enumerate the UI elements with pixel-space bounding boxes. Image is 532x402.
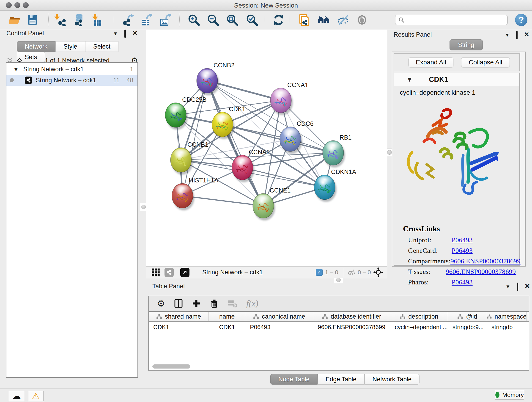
table-cell[interactable]: stringdb:9... [448, 322, 487, 332]
tab-network[interactable]: Network [17, 41, 56, 52]
panel-float-icon[interactable] [517, 283, 518, 290]
window-title: Session: New Session [0, 2, 532, 9]
zoom-selected-icon[interactable] [246, 13, 259, 26]
import-network-database-icon[interactable] [72, 13, 85, 26]
network-node-CCNB2[interactable]: CCNB2 [196, 62, 234, 95]
home-networks-icon[interactable] [317, 13, 330, 26]
network-node-CDK1[interactable]: CDK1 [212, 106, 245, 139]
panel-menu-caret-icon[interactable]: ▼ [113, 31, 118, 37]
export-image-icon[interactable] [159, 13, 172, 26]
column-header-namespace[interactable]: namespace [487, 312, 527, 321]
network-overview-icon[interactable] [165, 268, 174, 277]
left-splitter-handle[interactable] [141, 205, 146, 209]
network-node-HIST1H1A[interactable]: HIST1H1A [172, 177, 218, 211]
network-view-canvas[interactable]: CCNB2CCNA1CDC25BCDK1CDC6RB1CCNB1CCNA2CDK… [146, 30, 387, 266]
gene-card-header[interactable]: ▼ CDK1 [394, 73, 519, 86]
panel-float-icon[interactable] [124, 30, 126, 37]
zoom-fit-icon[interactable] [226, 13, 239, 26]
show-eye-icon[interactable] [355, 13, 368, 26]
results-scrollbar[interactable] [520, 52, 525, 266]
column-header-canonical-name[interactable]: canonical name [245, 312, 313, 321]
open-file-icon[interactable] [8, 13, 21, 26]
table-cell[interactable]: 9606.ENSP00000378699 [313, 322, 390, 332]
crosslink-link[interactable]: P06493 [452, 247, 473, 254]
table-cell[interactable]: P06493 [245, 322, 313, 332]
expand-all-button[interactable]: Expand All [409, 57, 453, 67]
tab-select[interactable]: Select [85, 41, 119, 52]
protein-structure-image [401, 100, 508, 220]
panel-float-icon[interactable] [516, 32, 518, 39]
network-row[interactable]: String Network – cdk1 11 48 [6, 75, 138, 86]
main-toolbar: ? [0, 11, 532, 29]
panel-close-icon[interactable]: × [525, 283, 530, 289]
tab-node-table[interactable]: Node Table [270, 374, 317, 385]
grid-view-icon[interactable] [151, 268, 160, 277]
tab-edge-table[interactable]: Edge Table [317, 374, 365, 385]
hidden-eye-icon[interactable] [347, 269, 355, 276]
network-node-CDKN1A[interactable]: CDKN1A [314, 168, 356, 202]
warnings-button[interactable]: ⚠ [28, 391, 44, 401]
refresh-icon[interactable] [272, 13, 285, 26]
table-cell[interactable]: CDK1 [149, 322, 209, 332]
hide-selected-eye-icon[interactable] [337, 13, 350, 26]
search-input[interactable] [405, 17, 501, 24]
import-table-file-icon[interactable] [90, 13, 103, 26]
gene-collapse-caret-icon[interactable]: ▼ [408, 77, 412, 82]
tab-style[interactable]: Style [56, 41, 85, 52]
column-header-database-identifier[interactable]: database identifier [313, 312, 390, 321]
panel-close-icon[interactable]: × [524, 32, 529, 37]
import-network-file-icon[interactable] [54, 13, 66, 26]
table-cell[interactable]: cyclin–dependent ... [390, 322, 448, 332]
hscrollbar-thumb[interactable] [152, 364, 190, 369]
panel-menu-caret-icon[interactable]: ▼ [505, 284, 510, 290]
crosslink-link[interactable]: 9606.ENSP00000378699 [446, 268, 516, 275]
string-network-graph[interactable]: CCNB2CCNA1CDC25BCDK1CDC6RB1CCNB1CCNA2CDK… [146, 30, 387, 266]
tab-network-table[interactable]: Network Table [365, 374, 420, 385]
left-splitter[interactable] [141, 29, 146, 278]
crosslink-link[interactable]: 9606.ENSP00000378699 [450, 257, 520, 265]
table-hscrollbar[interactable] [150, 364, 528, 369]
network-node-CCNE1[interactable]: CCNE1 [253, 187, 291, 220]
string-import-icon[interactable] [298, 13, 311, 26]
network-edge[interactable] [182, 196, 263, 206]
column-header-description[interactable]: description [390, 312, 448, 321]
column-header-shared-name[interactable]: shared name [149, 312, 209, 321]
network-collection-row[interactable]: ▼ String Network – cdk1 1 [6, 64, 138, 75]
selected-nodes-checkbox-icon[interactable]: ✓ [316, 269, 323, 276]
memory-button[interactable]: Memory [495, 390, 524, 400]
detach-view-icon[interactable] [180, 268, 190, 277]
cloud-status-button[interactable]: ☁ [9, 391, 24, 401]
panel-close-icon[interactable]: × [133, 30, 137, 36]
table-row[interactable]: CDK1CDK1P064939606.ENSP00000378699cyclin… [149, 322, 529, 332]
help-button[interactable]: ? [515, 14, 527, 26]
network-node-CCNB1[interactable]: CCNB1 [171, 141, 209, 175]
zoom-in-icon[interactable] [187, 13, 200, 26]
table-options-gear-icon[interactable]: ⚙ [157, 298, 165, 309]
table-cell[interactable]: CDK1 [209, 322, 245, 332]
function-builder-icon[interactable]: f(x) [246, 298, 259, 308]
column-header-name[interactable]: name [209, 312, 245, 321]
bottom-splitter-handle[interactable] [336, 278, 341, 282]
save-session-icon[interactable] [26, 13, 39, 26]
export-table-icon[interactable] [140, 13, 153, 26]
column-label: namespace [494, 313, 526, 320]
tab-string[interactable]: String [450, 39, 483, 51]
delete-table-icon[interactable] [228, 299, 238, 308]
delete-column-trash-icon[interactable] [210, 299, 219, 308]
show-columns-icon[interactable] [174, 299, 183, 308]
zoom-out-icon[interactable] [207, 13, 220, 26]
column-header-@id[interactable]: @id [448, 312, 487, 321]
crosslink-link[interactable]: P06493 [452, 236, 473, 244]
create-column-plus-icon[interactable] [192, 299, 201, 308]
panel-menu-caret-icon[interactable]: ▼ [505, 32, 510, 38]
network-node-CCNA1[interactable]: CCNA1 [270, 82, 308, 115]
search-field[interactable] [395, 15, 508, 25]
table-cell[interactable]: stringdb [487, 322, 527, 332]
network-node-RB1[interactable]: RB1 [323, 134, 352, 167]
network-edge[interactable] [207, 81, 263, 206]
collapse-all-button[interactable]: Collapse All [461, 57, 510, 67]
birdseye-navigator-icon[interactable] [373, 267, 383, 277]
export-network-icon[interactable] [122, 13, 135, 26]
collection-expand-caret-icon[interactable]: ▼ [14, 66, 18, 72]
bottom-splitter[interactable] [146, 278, 387, 282]
